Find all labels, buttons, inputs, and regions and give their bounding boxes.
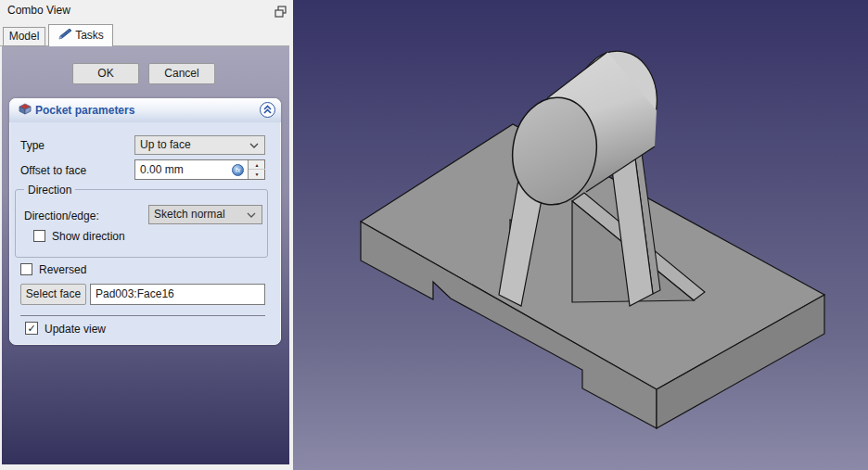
direction-edge-label: Direction/edge: [24,210,99,222]
offset-to-face-label: Offset to face [20,164,86,177]
direction-edge-dropdown[interactable]: Sketch normal [148,205,262,224]
spinbox-buttons: ▲ ▼ [248,160,264,179]
combo-view-titlebar[interactable]: Combo View [0,0,293,23]
type-dropdown[interactable]: Up to face [134,135,265,155]
separator-line [20,315,265,316]
direction-legend: Direction [24,184,75,197]
reversed-label: Reversed [39,263,86,276]
float-window-icon[interactable] [274,5,287,19]
show-direction-label: Show direction [52,230,125,243]
3d-viewport[interactable] [293,0,868,470]
chevron-down-icon [249,143,259,148]
update-view-checkbox[interactable]: ✓ [25,322,38,335]
reversed-checkbox[interactable] [20,263,32,275]
show-direction-checkbox[interactable] [33,230,45,242]
spin-up-icon[interactable]: ▲ [249,160,265,170]
type-label: Type [20,139,45,152]
update-view-label: Update view [45,323,106,336]
offset-to-face-input[interactable]: 0.00 mm fx ▲ ▼ [134,159,265,180]
tab-tasks-label: Tasks [75,29,104,42]
pencil-icon [57,26,71,46]
face-reference-input[interactable]: Pad003:Face16 [90,284,265,305]
offset-value: 0.00 mm [140,163,184,176]
pocket-parameters-title: Pocket parameters [35,104,134,117]
combo-view-panel: Combo View Model Tasks OK Cancel [0,0,293,470]
panel-bottom-strip [0,464,293,470]
collapse-chevron-icon[interactable] [260,102,275,118]
freecad-window: Combo View Model Tasks OK Cancel [0,0,868,470]
expression-icon[interactable]: fx [232,164,244,176]
spin-down-icon[interactable]: ▼ [249,170,265,179]
cancel-button[interactable]: Cancel [148,63,215,84]
cad-model [293,0,868,470]
tab-model[interactable]: Model [3,27,45,46]
chevron-down-icon [247,212,256,218]
pocket-icon [18,103,32,118]
select-face-button[interactable]: Select face [20,284,86,305]
ok-button[interactable]: OK [72,63,139,84]
type-dropdown-value: Up to face [140,138,191,151]
direction-edge-value: Sketch normal [154,208,225,221]
panel-title: Combo View [7,4,70,17]
tab-tasks[interactable]: Tasks [48,24,113,46]
tab-model-label: Model [9,30,40,43]
